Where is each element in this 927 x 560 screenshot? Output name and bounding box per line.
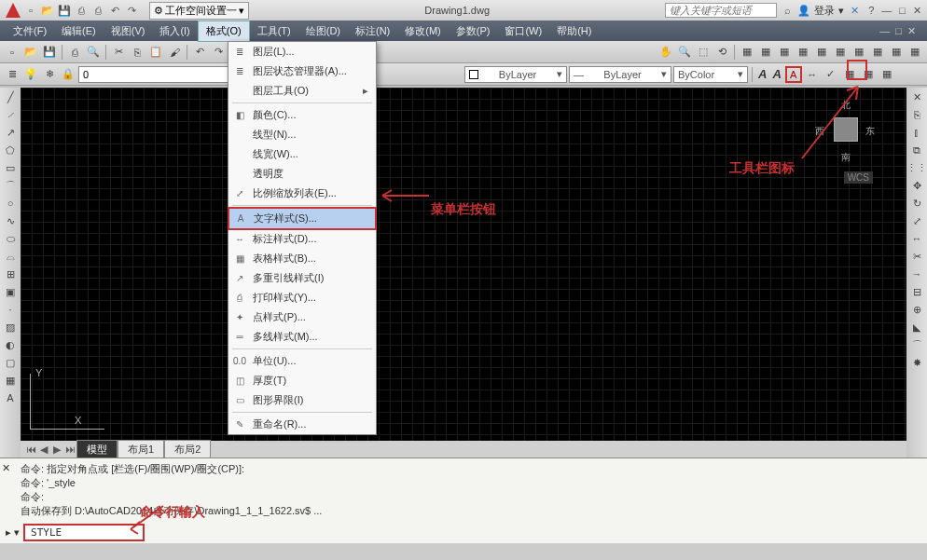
redo2-icon[interactable]: ↷	[210, 44, 227, 61]
tab-prev-icon[interactable]: ◀	[37, 444, 50, 456]
tb-icon[interactable]: ▦	[795, 44, 811, 61]
stretch-icon[interactable]: ↔	[909, 231, 924, 246]
copy-icon[interactable]: ⎘	[129, 44, 145, 61]
offset-icon[interactable]: ⧉	[909, 143, 924, 157]
tb-icon[interactable]: ▦	[906, 44, 923, 61]
tb-icon[interactable]: ▦	[869, 44, 886, 61]
workspace-combo[interactable]: ⚙ 工作空间设置一 ▾	[149, 2, 249, 20]
dd-lineweight[interactable]: 线宽(W)...	[228, 144, 376, 164]
dd-units[interactable]: 0.0单位(U)...	[228, 351, 376, 371]
qat-save-icon[interactable]: 💾	[58, 4, 71, 17]
tb-icon[interactable]: ▦	[879, 66, 895, 83]
qat-undo-icon[interactable]: ↶	[108, 4, 121, 17]
tab-layout2[interactable]: 布局2	[164, 440, 211, 459]
layer-lock-icon[interactable]: 🔒	[60, 66, 76, 83]
block-icon[interactable]: ▣	[3, 284, 18, 299]
close-icon[interactable]: ✕	[913, 5, 921, 17]
tb-icon[interactable]: ▦	[776, 44, 793, 61]
menu-format[interactable]: 格式(O)	[198, 20, 250, 42]
dd-rename[interactable]: ✎重命名(R)...	[228, 415, 376, 434]
wcs-label[interactable]: WCS	[844, 171, 873, 184]
tab-first-icon[interactable]: ⏮	[24, 444, 37, 455]
arc-icon[interactable]: ⌒	[3, 178, 18, 193]
dd-text-style[interactable]: A文字样式(S)...	[228, 207, 377, 230]
tab-model[interactable]: 模型	[76, 440, 118, 459]
color-combo[interactable]: ByLayer ▾	[464, 66, 567, 83]
erase-icon[interactable]: ✕	[909, 89, 924, 104]
menu-edit[interactable]: 编辑(E)	[54, 21, 104, 41]
plot-combo[interactable]: ByColor ▾	[673, 66, 748, 83]
dd-layer-tools[interactable]: 图层工具(O)▸	[228, 81, 376, 101]
menu-modify[interactable]: 修改(M)	[397, 21, 449, 41]
menu-insert[interactable]: 插入(I)	[152, 21, 197, 41]
ray-icon[interactable]: ↗	[3, 125, 18, 140]
rect-icon[interactable]: ▭	[3, 160, 18, 175]
undo2-icon[interactable]: ↶	[191, 44, 208, 61]
dd-layer-state[interactable]: ≣图层状态管理器(A)...	[228, 61, 376, 81]
polygon-icon[interactable]: ⬠	[3, 143, 18, 157]
dd-thickness[interactable]: ◫厚度(T)	[228, 371, 376, 390]
break-icon[interactable]: ⊟	[909, 284, 924, 299]
minimize-icon[interactable]: —	[881, 5, 892, 17]
doc-minimize-icon[interactable]: —	[879, 25, 890, 37]
fillet-icon[interactable]: ⌒	[909, 337, 924, 352]
gradient-icon[interactable]: ◐	[3, 337, 18, 352]
dd-mline-style[interactable]: ═多线样式(M)...	[228, 327, 376, 347]
extend-icon[interactable]: →	[909, 266, 924, 281]
save-icon[interactable]: 💾	[41, 44, 58, 61]
dd-print-style[interactable]: ⎙打印样式(Y)...	[228, 288, 376, 307]
tb-icon[interactable]: ▦	[757, 44, 774, 61]
dd-point-style[interactable]: ✦点样式(P)...	[228, 307, 376, 327]
pan-icon[interactable]: ✋	[657, 44, 674, 61]
cut-icon[interactable]: ✂	[110, 44, 127, 61]
dd-scale[interactable]: ⤢比例缩放列表(E)...	[228, 184, 376, 203]
qat-open-icon[interactable]: 📂	[41, 4, 54, 17]
zoomprev-icon[interactable]: ⟲	[713, 44, 730, 61]
table-icon[interactable]: ▦	[3, 373, 18, 388]
trim-icon[interactable]: ✂	[909, 249, 924, 264]
rotate-icon[interactable]: ↻	[909, 196, 924, 211]
tb-icon[interactable]: ▦	[851, 44, 867, 61]
move-icon[interactable]: ✥	[909, 178, 924, 193]
line-icon[interactable]: ╱	[3, 89, 18, 104]
command-window[interactable]: ✕ 命令: 指定对角点或 [栏选(F)/圈围(WP)/圈交(CP)]: 命令: …	[0, 458, 927, 543]
paste-icon[interactable]: 📋	[147, 44, 164, 61]
qat-new-icon[interactable]: ▫	[24, 4, 37, 17]
dd-dim-style[interactable]: ↔标注样式(D)...	[228, 229, 376, 249]
linetype-combo[interactable]: — ByLayer ▾	[569, 66, 671, 83]
new-icon[interactable]: ▫	[4, 44, 21, 61]
layer-freeze-icon[interactable]: ❄	[41, 66, 58, 83]
hatch-icon[interactable]: ▨	[3, 320, 18, 335]
dd-transparency[interactable]: 透明度	[228, 164, 376, 184]
plot-icon[interactable]: ⎙	[66, 44, 83, 61]
tab-layout1[interactable]: 布局1	[118, 440, 164, 459]
doc-restore-icon[interactable]: □	[895, 25, 902, 37]
tab-next-icon[interactable]: ▶	[50, 444, 63, 456]
match-icon[interactable]: 🖌	[166, 44, 183, 61]
menu-tools[interactable]: 工具(T)	[250, 21, 298, 41]
dd-table-style[interactable]: ▦表格样式(B)...	[228, 249, 376, 268]
search-input[interactable]	[665, 3, 777, 18]
array-icon[interactable]: ⋮⋮	[909, 160, 924, 175]
chamfer-icon[interactable]: ◣	[909, 320, 924, 335]
text-style-a1-icon[interactable]: A	[756, 67, 768, 81]
tab-last-icon[interactable]: ⏭	[63, 444, 76, 455]
dd-limits[interactable]: ▭图形界限(I)	[228, 390, 376, 410]
explode-icon[interactable]: ✸	[909, 355, 924, 370]
qat-saveas-icon[interactable]: ⎙	[75, 4, 88, 17]
copy2-icon[interactable]: ⎘	[909, 107, 924, 122]
menu-param[interactable]: 参数(P)	[449, 21, 498, 41]
menu-draw[interactable]: 绘图(D)	[298, 21, 348, 41]
menu-help[interactable]: 帮助(H)	[549, 21, 599, 41]
dd-layer[interactable]: ≣图层(L)...	[228, 42, 376, 61]
ellipse-icon[interactable]: ⬭	[3, 231, 18, 246]
menu-window[interactable]: 窗口(W)	[497, 21, 549, 41]
qat-print-icon[interactable]: ⎙	[91, 4, 104, 17]
menu-dim[interactable]: 标注(N)	[348, 21, 397, 41]
preview-icon[interactable]: 🔍	[85, 44, 102, 61]
maximize-icon[interactable]: □	[899, 5, 906, 17]
insert-icon[interactable]: ⊞	[3, 266, 18, 281]
tb-icon[interactable]: ▦	[832, 44, 849, 61]
point-icon[interactable]: ·	[3, 302, 18, 317]
circle-icon[interactable]: ○	[3, 196, 18, 211]
